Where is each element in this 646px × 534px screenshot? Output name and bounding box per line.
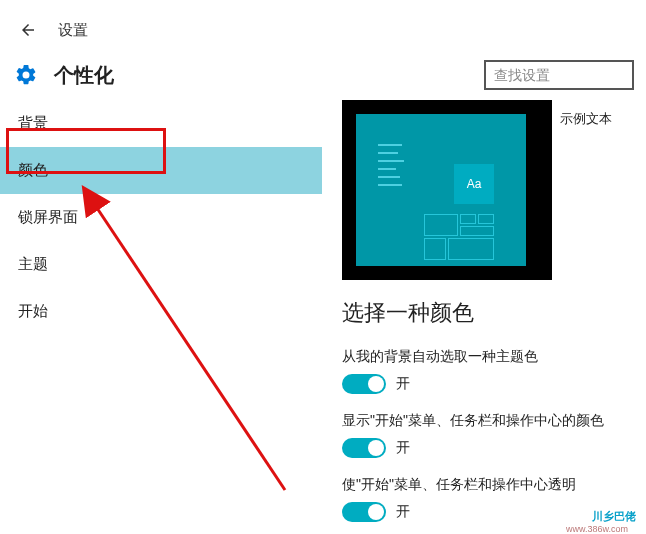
main-pane: Aa 示例文本 选择一种颜色 从我的背景自动选取一种主题色 开 显示"开始"菜单… [322, 100, 646, 534]
sidebar-item-start[interactable]: 开始 [0, 288, 322, 335]
watermark-url: www.386w.com [566, 524, 628, 534]
toggle-state-auto-color: 开 [396, 375, 410, 393]
window-title: 设置 [58, 21, 88, 40]
toggle-auto-color[interactable] [342, 374, 386, 394]
setting-label-start-color: 显示"开始"菜单、任务栏和操作中心的颜色 [342, 412, 646, 430]
toggle-transparency[interactable] [342, 502, 386, 522]
search-input[interactable]: 查找设置 [484, 60, 634, 90]
setting-label-transparency: 使"开始"菜单、任务栏和操作中心透明 [342, 476, 646, 494]
section-title: 选择一种颜色 [342, 298, 646, 328]
toggle-state-start-color: 开 [396, 439, 410, 457]
page-title: 个性化 [54, 62, 114, 89]
sidebar-item-background[interactable]: 背景 [0, 100, 322, 147]
sidebar-item-themes[interactable]: 主题 [0, 241, 322, 288]
sidebar-item-colors[interactable]: 颜色 [0, 147, 322, 194]
setting-label-auto-color: 从我的背景自动选取一种主题色 [342, 348, 646, 366]
sidebar: 背景 颜色 锁屏界面 主题 开始 [0, 100, 322, 534]
back-button[interactable] [12, 14, 44, 46]
gear-icon [12, 61, 40, 89]
toggle-start-color[interactable] [342, 438, 386, 458]
preview-sample-text: 示例文本 [552, 100, 642, 280]
toggle-state-transparency: 开 [396, 503, 410, 521]
preview-thumbnail: Aa 示例文本 [342, 100, 642, 280]
sidebar-item-lockscreen[interactable]: 锁屏界面 [0, 194, 322, 241]
preview-tile-label: Aa [454, 164, 494, 204]
